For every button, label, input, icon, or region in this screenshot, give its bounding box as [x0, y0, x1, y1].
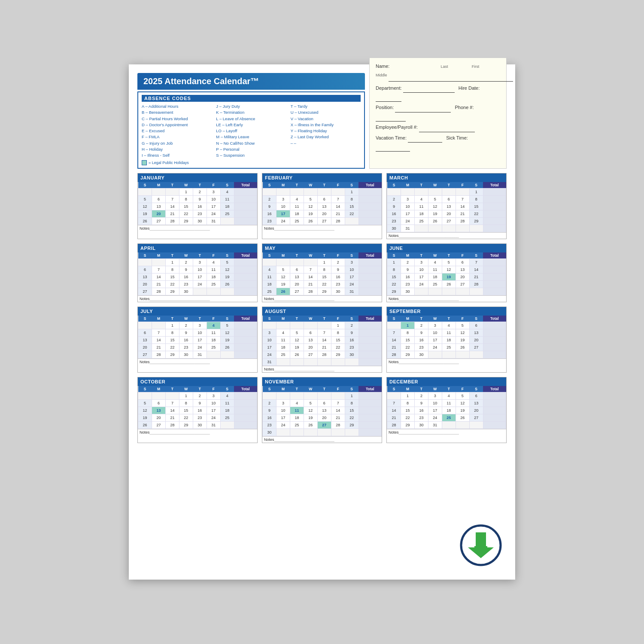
day-cell	[401, 188, 414, 196]
day-cell	[317, 429, 331, 436]
day-cell: 18	[290, 210, 304, 218]
weekday-header: T	[290, 252, 304, 259]
day-cell: 13	[469, 400, 483, 407]
day-cell: 10	[207, 400, 220, 407]
day-cell: 19	[456, 337, 469, 344]
day-cell: 18	[414, 210, 428, 218]
weekday-header: S	[387, 182, 401, 188]
day-cell: 15	[165, 337, 179, 344]
total-cell	[483, 322, 506, 329]
day-cell: 28	[387, 422, 401, 429]
month-header: NOVEMBER	[262, 377, 382, 386]
notes-line: Notes	[262, 436, 382, 443]
day-cell	[456, 288, 469, 295]
day-cell: 16	[414, 407, 428, 414]
day-cell: 19	[138, 414, 152, 422]
total-cell	[234, 400, 257, 407]
day-cell: 9	[345, 329, 358, 337]
day-cell: 7	[152, 329, 165, 337]
month-calendar: SEPTEMBERSMTWTFSTotal1234567891011121314…	[386, 307, 507, 373]
total-cell	[358, 329, 381, 337]
day-cell: 28	[387, 351, 401, 358]
month-table: SMTWTFSTotal1234567891011121314151617181…	[262, 252, 382, 295]
weekday-header: S	[387, 252, 401, 259]
day-cell: 26	[442, 281, 456, 288]
day-cell: 18	[290, 414, 304, 422]
day-cell: 22	[165, 281, 179, 288]
day-cell: 18	[220, 203, 234, 210]
day-cell: 8	[345, 196, 358, 203]
total-cell	[483, 188, 506, 196]
day-cell: 18	[276, 344, 290, 351]
day-cell: 25	[290, 422, 304, 429]
month-table: SMTWTFSTotal1234567891011121314151617181…	[138, 182, 257, 225]
day-cell: 16	[193, 203, 207, 210]
day-cell: 3	[401, 196, 414, 203]
day-cell: 16	[193, 407, 207, 414]
day-cell: 10	[193, 266, 207, 273]
day-cell: 26	[428, 218, 442, 225]
day-cell: 19	[290, 344, 304, 351]
day-cell	[290, 429, 304, 436]
weekday-header: T	[442, 386, 456, 392]
day-cell: 5	[456, 322, 469, 329]
day-cell	[469, 225, 483, 232]
day-cell: 15	[401, 407, 414, 414]
weekday-header: Total	[358, 252, 381, 259]
total-cell	[483, 337, 506, 344]
month-calendar: OCTOBERSMTWTFSTotal123456789101112131415…	[137, 377, 258, 443]
day-cell: 5	[304, 196, 317, 203]
day-cell	[331, 392, 345, 400]
weekday-header: S	[469, 386, 483, 392]
day-cell: 20	[138, 281, 152, 288]
day-cell: 4	[263, 266, 276, 273]
day-cell: 3	[193, 322, 207, 329]
weekday-header: M	[152, 182, 165, 188]
download-icon[interactable]	[459, 524, 502, 567]
absence-item: T – Tardy	[291, 103, 361, 109]
payroll-label: Employee/Payroll #:	[376, 125, 418, 130]
day-cell: 18	[220, 407, 234, 414]
weekday-header: M	[152, 252, 165, 259]
day-cell: 28	[152, 351, 165, 358]
total-cell	[358, 259, 381, 266]
day-cell: 12	[290, 337, 304, 344]
weekday-header: T	[290, 316, 304, 322]
legal-holiday-text: = Legal Public Holidays	[149, 161, 189, 165]
weekday-header: F	[456, 252, 469, 259]
weekday-header: S	[263, 252, 276, 259]
day-cell: 19	[276, 281, 290, 288]
day-cell: 12	[138, 407, 152, 414]
absence-item: E – Excused	[142, 128, 212, 134]
day-cell	[317, 358, 331, 366]
absence-item: Z – Last Day Worked	[291, 134, 361, 140]
day-cell: 11	[290, 203, 304, 210]
day-cell: 26	[456, 344, 469, 351]
day-cell: 28	[152, 288, 165, 295]
month-header: JUNE	[387, 244, 506, 252]
day-cell: 28	[331, 422, 345, 429]
day-cell: 16	[401, 273, 414, 281]
total-cell	[483, 351, 506, 358]
weekday-header: S	[387, 316, 401, 322]
day-cell: 26	[456, 414, 469, 422]
day-cell: 4	[290, 196, 304, 203]
day-cell: 15	[469, 203, 483, 210]
page-title: 2025 Attendance Calendar™	[137, 73, 365, 90]
day-cell: 29	[317, 288, 331, 295]
day-cell: 11	[414, 203, 428, 210]
day-cell	[304, 188, 317, 196]
day-cell	[304, 259, 317, 266]
total-cell	[358, 400, 381, 407]
day-cell	[290, 358, 304, 366]
weekday-header: F	[207, 182, 220, 188]
notes-line: Notes	[387, 429, 506, 435]
notes-line: Notes	[262, 225, 382, 231]
day-cell: 5	[276, 266, 290, 273]
day-cell: 27	[442, 218, 456, 225]
day-cell: 29	[387, 288, 401, 295]
day-cell: 22	[179, 210, 193, 218]
total-cell	[234, 337, 257, 344]
month-header: JANUARY	[138, 173, 257, 182]
day-cell: 3	[193, 259, 207, 266]
